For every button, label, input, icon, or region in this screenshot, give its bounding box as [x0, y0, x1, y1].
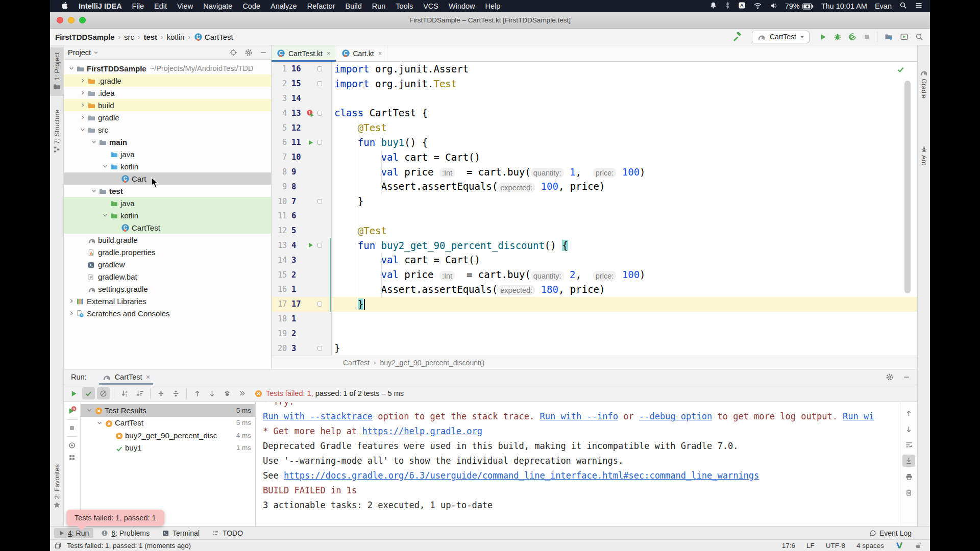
- code-line-14[interactable]: 143 val cart = Cart(): [272, 253, 917, 267]
- indent-setting[interactable]: 4 spaces: [856, 542, 884, 549]
- rerun-failed-tests-button[interactable]: 9: [68, 406, 77, 415]
- tree-item--idea[interactable]: .idea: [64, 87, 271, 99]
- gutter[interactable]: 107: [272, 194, 332, 209]
- scroll-to-end-toggle[interactable]: [902, 455, 915, 467]
- file-encoding[interactable]: UTF-8: [826, 542, 845, 549]
- soft-wrap-toggle[interactable]: [902, 439, 915, 451]
- gutter[interactable]: 314: [272, 91, 332, 106]
- close-tab-icon[interactable]: ×: [378, 49, 382, 57]
- test-history-button[interactable]: [68, 441, 76, 449]
- next-failed-button[interactable]: [206, 387, 218, 399]
- tree-item--gradle[interactable]: .gradle: [64, 74, 271, 87]
- code-line-11[interactable]: 116: [272, 209, 917, 223]
- run-test-gutter-icon[interactable]: [307, 242, 314, 248]
- spotlight-icon[interactable]: [899, 2, 907, 11]
- show-ignored-toggle[interactable]: [97, 387, 110, 399]
- tool-window-button-run[interactable]: 4: Run: [54, 528, 93, 538]
- unlock-icon[interactable]: [915, 542, 922, 549]
- event-log-button[interactable]: Event Log: [879, 529, 912, 537]
- tree-item-java[interactable]: java: [64, 197, 271, 209]
- menu-navigate[interactable]: Navigate: [198, 2, 237, 10]
- fold-marker[interactable]: [317, 243, 322, 248]
- code-line-1[interactable]: 116 import org.junit.Assert: [272, 62, 917, 77]
- search-everywhere-button[interactable]: [915, 33, 923, 41]
- tree-item-settings-gradle[interactable]: settings.gradle: [64, 283, 271, 295]
- fold-marker[interactable]: [317, 199, 322, 204]
- locate-file-button[interactable]: [229, 48, 237, 57]
- tree-item-firsttddsample[interactable]: FirstTDDSample~/Projects/My/AndroidTest/…: [64, 62, 271, 74]
- code-line-6[interactable]: 611 fun buy1() {: [272, 135, 917, 150]
- console-link[interactable]: --debug option: [639, 411, 712, 421]
- test-node-buy2-get-90-percent-disc[interactable]: buy2_get_90_percent_disc4 ms: [81, 429, 255, 442]
- console-output[interactable]: * Try:Run with --stacktrace option to ge…: [255, 402, 900, 526]
- tree-item-external-libraries[interactable]: External Libraries: [64, 295, 271, 307]
- fold-marker[interactable]: [317, 66, 322, 71]
- line-separator[interactable]: LF: [806, 542, 815, 549]
- project-panel-title[interactable]: Project: [68, 48, 91, 57]
- more-actions-button[interactable]: [235, 387, 248, 399]
- expand-all-button[interactable]: [155, 387, 167, 399]
- panel-settings-button[interactable]: [244, 48, 253, 57]
- chevron-down-icon[interactable]: [93, 50, 99, 55]
- sort-alphabetically-toggle[interactable]: az: [118, 387, 131, 399]
- control-center-icon[interactable]: [915, 2, 923, 10]
- code-line-2[interactable]: 215 import org.junit.Test: [272, 77, 917, 91]
- breadcrumb-src[interactable]: src: [124, 33, 134, 41]
- gutter[interactable]: 143: [272, 253, 332, 267]
- menu-clock[interactable]: Thu 10:01 AM: [821, 2, 867, 10]
- code-line-7[interactable]: 710 val cart = Cart(): [272, 150, 917, 165]
- tree-item-java[interactable]: java: [64, 148, 271, 160]
- code-line-3[interactable]: 314: [272, 91, 917, 106]
- caret-position[interactable]: 17:6: [782, 542, 795, 549]
- menu-code[interactable]: Code: [237, 2, 265, 10]
- run-test-gutter-icon[interactable]: [307, 139, 314, 146]
- breadcrumb-carttest[interactable]: CCartTest: [194, 33, 233, 41]
- code-line-5[interactable]: 512 @Test: [272, 120, 917, 135]
- test-node-carttest[interactable]: CartTest5 ms: [81, 417, 255, 430]
- coverage-button[interactable]: [848, 33, 856, 41]
- close-tab-icon[interactable]: ×: [327, 49, 331, 57]
- status-message[interactable]: Tests failed: 1, passed: 1 (moments ago): [67, 542, 191, 549]
- clear-console-button[interactable]: [902, 486, 915, 498]
- rerun-button[interactable]: [67, 387, 80, 399]
- menu-intellij-idea[interactable]: IntelliJ IDEA: [74, 2, 127, 10]
- show-passed-toggle[interactable]: [82, 387, 95, 399]
- gutter[interactable]: 1717: [272, 297, 332, 312]
- tree-item-src[interactable]: src: [64, 123, 271, 136]
- fold-marker[interactable]: [317, 81, 322, 86]
- close-icon[interactable]: ×: [146, 373, 150, 381]
- run-tab-carttest[interactable]: CartTest ×: [99, 369, 153, 385]
- build-button[interactable]: [732, 32, 742, 42]
- tree-item-kotlin[interactable]: kotlin: [64, 160, 271, 172]
- print-button[interactable]: [902, 470, 915, 483]
- gutter[interactable]: 116: [272, 62, 332, 77]
- gutter[interactable]: 413 !: [272, 106, 332, 120]
- window-restore-icon[interactable]: [54, 542, 62, 549]
- console-link[interactable]: https://docs.gradle.org/6.3/userguide/co…: [284, 470, 759, 481]
- fold-marker[interactable]: [317, 302, 322, 307]
- tool-stripe-favorites[interactable]: 2: Favorites: [50, 461, 63, 512]
- menu-analyze[interactable]: Analyze: [265, 2, 302, 10]
- run-panel-settings-button[interactable]: [886, 373, 894, 381]
- editor-breadcrumb-item[interactable]: buy2_get_90_percent_discount(): [380, 359, 484, 367]
- inspections-ok-icon[interactable]: [897, 66, 904, 76]
- editor-tab-carttest-kt[interactable]: CCartTest.kt×: [272, 45, 336, 61]
- hide-panel-button[interactable]: [260, 49, 267, 56]
- gutter[interactable]: 215: [272, 77, 332, 91]
- bluetooth-icon[interactable]: [725, 2, 730, 11]
- menu-refactor[interactable]: Refactor: [302, 2, 340, 10]
- editor-breadcrumb-item[interactable]: CartTest: [343, 359, 370, 367]
- run-button[interactable]: [819, 33, 827, 41]
- wifi-icon[interactable]: [753, 2, 762, 11]
- collapse-all-button[interactable]: [169, 387, 182, 399]
- tree-item-gradlew[interactable]: gradlew: [64, 258, 271, 270]
- zoom-window-button[interactable]: [79, 17, 86, 23]
- editor-scrollbar[interactable]: [904, 81, 911, 293]
- gutter[interactable]: 161: [272, 282, 332, 297]
- stop-button[interactable]: [68, 424, 76, 432]
- tree-item-carttest[interactable]: C CartTest: [64, 221, 271, 234]
- tree-item-test[interactable]: test: [64, 185, 271, 197]
- tool-stripe-ant[interactable]: Ant: [918, 142, 930, 168]
- close-window-button[interactable]: [57, 17, 63, 23]
- notification-bell-icon[interactable]: [709, 2, 717, 11]
